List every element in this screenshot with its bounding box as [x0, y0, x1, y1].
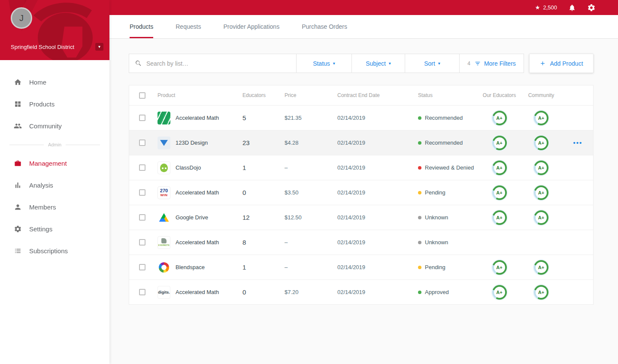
- subject-filter-dropdown[interactable]: Subject ▾: [351, 54, 405, 73]
- sidebar-item-label: Settings: [29, 225, 52, 233]
- product-name: Accelerated Math: [176, 289, 219, 295]
- status-dot: [418, 241, 421, 244]
- table-row[interactable]: ClassDojo 1 – 02/14/2019 Reviewed & Deni…: [129, 155, 593, 180]
- status-filter-dropdown[interactable]: Status ▾: [296, 54, 352, 73]
- filter-label: Status: [313, 60, 330, 67]
- price: $7.20: [282, 289, 333, 295]
- sidebar-item-home[interactable]: Home: [0, 71, 109, 93]
- tab-requests[interactable]: Requests: [176, 15, 201, 38]
- community-grade-cell: A+: [520, 136, 563, 150]
- status-label: Unknown: [425, 214, 448, 221]
- our-educators-grade-cell: A+: [479, 210, 520, 225]
- row-checkbox[interactable]: [139, 189, 145, 196]
- grade-value: A+: [536, 112, 547, 124]
- product-logo-slot: [158, 161, 170, 174]
- price: –: [282, 264, 333, 270]
- table-row[interactable]: 270WIN Accelerated Math 0 $3.50 02/14/20…: [129, 180, 593, 205]
- sidebar-item-members[interactable]: Members: [0, 196, 109, 218]
- column-header-product: Product: [155, 92, 239, 98]
- grade-badge: A+: [492, 161, 507, 175]
- add-product-button[interactable]: Add Product: [529, 54, 594, 73]
- our-educators-grade-cell: A+: [479, 260, 520, 275]
- sidebar-item-label: Members: [29, 203, 56, 211]
- contract-end-date: 02/14/2019: [333, 264, 415, 270]
- community-grade-cell: A+: [520, 185, 563, 200]
- settings-gear-icon[interactable]: [587, 3, 596, 12]
- status-label: Recommended: [425, 115, 463, 121]
- select-all-checkbox[interactable]: [139, 92, 145, 99]
- tab-purchase-orders[interactable]: Purchase Orders: [302, 15, 347, 38]
- sidebar-item-community[interactable]: Community: [0, 115, 109, 137]
- educators-count: 5: [239, 114, 282, 121]
- tab-provider-applications[interactable]: Provider Applications: [223, 15, 279, 38]
- district-dropdown-button[interactable]: ▾: [95, 43, 103, 51]
- row-checkbox[interactable]: [139, 264, 145, 270]
- column-header-our-educators: Our Educators: [479, 92, 520, 98]
- grade-value: A+: [536, 187, 547, 198]
- status-label: Approved: [425, 289, 449, 295]
- educators-count: 1: [239, 264, 282, 271]
- points-indicator[interactable]: ★ 2,500: [535, 4, 557, 11]
- sidebar-item-label: Products: [29, 100, 55, 108]
- price: $3.50: [282, 189, 333, 196]
- row-checkbox[interactable]: [139, 214, 145, 221]
- district-name: Springfield School District: [11, 44, 74, 50]
- row-actions-menu[interactable]: •••: [573, 139, 583, 146]
- points-count: 2,500: [543, 4, 557, 11]
- community-grade-cell: A+: [520, 161, 563, 175]
- row-checkbox[interactable]: [139, 164, 145, 171]
- educators-count: 23: [239, 139, 282, 146]
- row-checkbox[interactable]: [139, 115, 145, 121]
- district-header: J Springfield School District ▾: [0, 0, 109, 60]
- sort-dropdown[interactable]: Sort ▾: [405, 54, 460, 73]
- grade-badge: A+: [492, 285, 507, 300]
- tab-products[interactable]: Products: [130, 15, 153, 38]
- row-checkbox[interactable]: [139, 289, 145, 295]
- status-label: Recommended: [425, 140, 463, 146]
- briefcase-icon: [13, 159, 22, 167]
- search-box[interactable]: [129, 54, 297, 73]
- table-row[interactable]: Accelerated Math 5 $21.35 02/14/2019 Rec…: [129, 105, 593, 130]
- main-content: Products Requests Provider Applications …: [109, 0, 618, 305]
- grade-value: A+: [494, 262, 505, 273]
- evernote-logo: EVERNOTE: [158, 236, 170, 249]
- table-row[interactable]: 123D Design 23 $4.28 02/14/2019 Recommen…: [129, 130, 593, 155]
- status-label: Pending: [425, 264, 445, 270]
- sidebar-item-settings[interactable]: Settings: [0, 218, 109, 240]
- notifications-bell-icon[interactable]: [568, 4, 576, 12]
- grade-badge: A+: [492, 260, 507, 275]
- more-filters-button[interactable]: 4 More Filters: [459, 54, 524, 73]
- sidebar-nav: Home Products Community Admin Management…: [0, 60, 109, 262]
- 123d-design-logo: [158, 136, 170, 149]
- column-header-status: Status: [415, 92, 479, 98]
- our-educators-grade-cell: A+: [479, 185, 520, 200]
- sidebar-item-subscriptions[interactable]: Subscriptions: [0, 240, 109, 262]
- product-logo-slot: [158, 136, 170, 149]
- row-checkbox[interactable]: [139, 140, 145, 146]
- sidebar-item-products[interactable]: Products: [0, 93, 109, 115]
- our-educators-grade-cell: A+: [479, 161, 520, 175]
- grid-icon: [13, 100, 22, 108]
- product-logo-slot: EVERNOTE: [158, 236, 170, 249]
- tab-label: Provider Applications: [223, 23, 279, 30]
- grade-badge: A+: [492, 185, 507, 200]
- row-checkbox[interactable]: [139, 239, 145, 246]
- admin-section-divider: Admin: [9, 142, 100, 147]
- table-row[interactable]: EVERNOTE Accelerated Math 8 – 02/14/2019…: [129, 230, 593, 255]
- column-header-contract-end-date: Contract End Date: [333, 92, 415, 98]
- sidebar-item-management[interactable]: Management: [0, 152, 109, 174]
- table-row[interactable]: Google Drive 12 $12.50 02/14/2019 Unknow…: [129, 205, 593, 230]
- contract-end-date: 02/14/2019: [333, 189, 415, 196]
- search-input[interactable]: [146, 60, 291, 67]
- price: –: [282, 239, 333, 246]
- sidebar-item-analysis[interactable]: Analysis: [0, 174, 109, 196]
- grade-value: A+: [536, 162, 547, 173]
- filter-label: Sort: [424, 60, 435, 67]
- avatar[interactable]: J: [11, 7, 32, 29]
- contract-end-date: 02/14/2019: [333, 164, 415, 171]
- educators-count: 1: [239, 164, 282, 171]
- table-row[interactable]: digits. Accelerated Math 0 $7.20 02/14/2…: [129, 279, 593, 304]
- status-label: Pending: [425, 189, 445, 196]
- sidebar: J Springfield School District ▾ Home Pro…: [0, 0, 109, 364]
- table-row[interactable]: Blendspace 1 – 02/14/2019 Pending A+ A+ …: [129, 255, 593, 279]
